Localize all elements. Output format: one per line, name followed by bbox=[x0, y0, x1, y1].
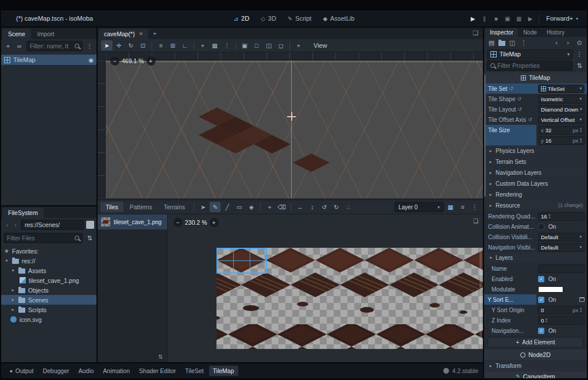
bottom-panel-animation[interactable]: Animation bbox=[99, 366, 134, 376]
history-back-icon[interactable]: ‹ bbox=[552, 38, 561, 47]
prop-layer-ysort-origin[interactable]: Y Sort Origin 0 px ▴▾ bbox=[484, 305, 587, 315]
tile-shape-dropdown[interactable]: Isometric ▾ bbox=[538, 95, 585, 103]
chevron-down-icon[interactable]: ▾ bbox=[10, 268, 16, 273]
snap-options-icon[interactable]: ⋮ bbox=[221, 40, 233, 51]
grid-snap-icon[interactable]: ▦ bbox=[209, 40, 220, 51]
fs-options-button[interactable] bbox=[86, 221, 94, 229]
tileset-atlas-image[interactable] bbox=[216, 248, 483, 349]
prop-collision-animatable[interactable]: Collision Animat... ✓ On bbox=[484, 221, 587, 232]
workspace-script[interactable]: ✎ Script bbox=[283, 13, 317, 24]
zoom-out-button[interactable]: − bbox=[173, 218, 183, 227]
chevron-right-icon[interactable]: ▸ bbox=[10, 307, 16, 312]
tileset-atlas-view[interactable]: − 230.2 % + ❏ bbox=[168, 214, 483, 362]
atlas-grid-toggle-icon[interactable]: ❏ bbox=[473, 218, 478, 224]
rotate-left-icon[interactable]: ↺ bbox=[319, 202, 330, 212]
group-custom-data-layers[interactable]: ▸ Custom Data Layers bbox=[484, 178, 587, 189]
delete-layer-trash-icon[interactable] bbox=[579, 297, 585, 302]
prop-layer-navigation[interactable]: Navigation... ✓ On bbox=[484, 325, 587, 336]
close-icon[interactable]: ✕ bbox=[139, 31, 144, 37]
prop-layer-ysort[interactable]: Y Sort E... ✓ On bbox=[484, 294, 587, 305]
prop-tile-set[interactable]: Tile Set ↺ TileSet ▾ bbox=[484, 83, 587, 94]
tab-import[interactable]: Import bbox=[32, 29, 60, 39]
fs-filter-field[interactable] bbox=[3, 233, 83, 243]
fs-row-favorites[interactable]: ★ Favorites: bbox=[1, 246, 96, 256]
prop-tile-offset-axis[interactable]: Tile Offset Axis ↺ Vertical Offset ▾ bbox=[484, 114, 587, 125]
rotate-right-icon[interactable]: ↻ bbox=[331, 202, 342, 212]
modulate-color-swatch[interactable] bbox=[538, 286, 563, 293]
property-filter-field[interactable] bbox=[487, 60, 572, 71]
tab-node[interactable]: Node bbox=[519, 28, 541, 37]
prop-rendering-quadrant[interactable]: Rendering Quad... 16 ▴▾ bbox=[484, 211, 587, 221]
fs-row-assets[interactable]: ▾ Assets bbox=[1, 266, 96, 275]
list-select-tool-icon[interactable]: ≡ bbox=[155, 40, 167, 51]
tile-set-resource-button[interactable]: TileSet ▾ bbox=[538, 85, 585, 93]
prop-layer-zindex[interactable]: Z Index 0 ▴▾ bbox=[484, 315, 587, 325]
atlas-scrollbar[interactable] bbox=[479, 248, 482, 349]
group-physics-layers[interactable]: ▸ Physics Layers bbox=[484, 145, 587, 156]
move-tool-icon[interactable]: ✛ bbox=[113, 40, 125, 51]
fs-filter-input[interactable] bbox=[7, 235, 72, 241]
zoom-out-button[interactable]: − bbox=[110, 56, 119, 66]
section-canvasitem[interactable]: ✎ CanvasItem bbox=[484, 371, 587, 378]
tab-inspector[interactable]: Inspector bbox=[485, 28, 518, 37]
property-filter-input[interactable] bbox=[497, 62, 569, 69]
tile-layout-dropdown[interactable]: Diamond Down ▾ bbox=[538, 105, 585, 114]
group-resource[interactable]: ▸ Resource (1 change) bbox=[484, 200, 587, 210]
prop-tile-shape[interactable]: Tile Shape ↺ Isometric ▾ bbox=[484, 94, 587, 104]
2d-viewport[interactable]: − 469.1 % + bbox=[98, 52, 483, 198]
eraser-tool-icon[interactable]: ⌫ bbox=[276, 202, 287, 212]
remote-debug-button[interactable]: ▣ bbox=[502, 13, 513, 24]
zoom-level[interactable]: 469.1 % bbox=[122, 57, 144, 64]
ruler-tool-icon[interactable]: ∟ bbox=[179, 40, 191, 51]
scene-options-button[interactable]: ⋮ bbox=[85, 41, 94, 51]
flip-h-icon[interactable]: ↔ bbox=[295, 202, 305, 212]
history-forward-icon[interactable]: › bbox=[563, 38, 572, 47]
tile-offset-axis-dropdown[interactable]: Vertical Offset ▾ bbox=[538, 116, 585, 124]
fs-path-field[interactable]: res://Scenes/ bbox=[21, 220, 84, 230]
ungroup-icon[interactable]: ◻ bbox=[275, 40, 287, 51]
scale-tool-icon[interactable]: ⊡ bbox=[137, 40, 149, 51]
workspace-2d[interactable]: ⊿ 2D bbox=[229, 13, 254, 24]
tab-scene[interactable]: Scene bbox=[2, 29, 31, 39]
movie-maker-button[interactable]: ▦ bbox=[513, 13, 524, 24]
fs-row-scripts[interactable]: ▸ Scripts bbox=[1, 305, 96, 314]
stepper-icon[interactable]: ▴▾ bbox=[546, 317, 547, 323]
random-scatter-icon[interactable]: ∴ bbox=[343, 202, 354, 212]
rendering-quadrant-spinner[interactable]: 16 ▴▾ bbox=[538, 212, 585, 221]
checkbox-unchecked[interactable]: ✓ bbox=[538, 224, 544, 230]
prop-navigation-visibility[interactable]: Navigation Visibi... Default ▾ bbox=[484, 242, 587, 252]
prop-tile-size-y[interactable]: y 16 px ▴▾ bbox=[484, 135, 587, 145]
checkbox-checked[interactable]: ✓ bbox=[538, 328, 544, 334]
tile-size-y-spinner[interactable]: y 16 px ▴▾ bbox=[538, 136, 585, 145]
new-scene-tab-button[interactable]: + bbox=[148, 29, 161, 39]
group-rendering[interactable]: ▸ Rendering bbox=[484, 189, 587, 199]
zoom-in-button[interactable]: + bbox=[146, 56, 156, 66]
fs-row-icon-svg[interactable]: icon.svg bbox=[1, 314, 96, 324]
tab-filesystem[interactable]: FileSystem bbox=[2, 208, 44, 218]
add-element-button[interactable]: + Add Element bbox=[488, 337, 583, 348]
tileset-source-item[interactable]: tileset_cave_1.png bbox=[98, 214, 167, 229]
flip-v-icon[interactable]: ↕ bbox=[307, 202, 318, 212]
revert-icon[interactable]: ↺ bbox=[528, 117, 532, 122]
fs-row-scenes[interactable]: ▸ Scenes bbox=[1, 295, 96, 305]
node-options-icon[interactable]: ⋮ bbox=[575, 49, 584, 59]
zoom-in-button[interactable]: + bbox=[210, 218, 219, 227]
stop-button[interactable]: ■ bbox=[490, 13, 501, 24]
inspector-scrollbar[interactable] bbox=[484, 75, 486, 197]
prop-tile-layout[interactable]: Tile Layout ↺ Diamond Down ▾ bbox=[484, 104, 587, 114]
play-scene-button[interactable]: ▶ bbox=[525, 13, 536, 24]
selection-tool-icon[interactable]: ➤ bbox=[198, 202, 208, 212]
smart-snap-icon[interactable]: ⌖ bbox=[197, 40, 208, 51]
bottom-panel-tileset[interactable]: TileSet bbox=[181, 366, 207, 376]
resource-options-icon[interactable]: ⋮ bbox=[519, 38, 528, 47]
distraction-free-icon[interactable]: ❏ bbox=[468, 29, 483, 39]
zindex-spinner[interactable]: 0 ▴▾ bbox=[538, 316, 585, 325]
list-view-icon[interactable]: ≡ bbox=[457, 202, 468, 212]
fs-row-tileset-png[interactable]: tileset_cave_1.png bbox=[1, 275, 96, 285]
bottom-panel-audio[interactable]: Audio bbox=[75, 366, 98, 376]
pin-icon[interactable]: ⊙ bbox=[575, 38, 584, 47]
stepper-icon[interactable]: ▴▾ bbox=[580, 307, 582, 313]
tab-terrains[interactable]: Terrains bbox=[158, 202, 190, 212]
tab-history[interactable]: History bbox=[542, 28, 569, 37]
prop-layer-modulate[interactable]: Modulate bbox=[484, 284, 587, 294]
